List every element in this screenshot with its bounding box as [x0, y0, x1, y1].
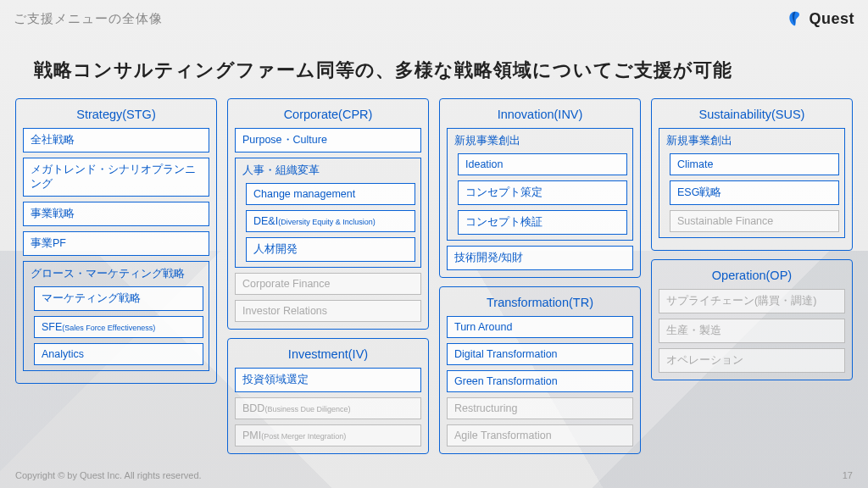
menu-item: Green Transformation — [447, 370, 633, 392]
menu-subitem: DE&I(Diversity Equity & Inclusion) — [246, 210, 415, 232]
card-title: Sustainability(SUS) — [659, 104, 845, 128]
footer: Copyright © by Quest Inc. All rights res… — [0, 463, 868, 488]
menu-item: Turn Around — [447, 316, 633, 338]
menu-item: Digital Transformation — [447, 343, 633, 365]
card-title: Investment(IV) — [235, 344, 421, 368]
menu-item: Investor Relations — [235, 300, 421, 322]
card-title: Transformation(TR) — [447, 292, 633, 316]
category-card: Corporate(CPR)Purpose・Culture人事・組織変革Chan… — [227, 98, 429, 330]
menu-item: 投資領域選定 — [235, 368, 421, 392]
column: Strategy(STG)全社戦略メガトレンド・シナリオプランニング事業戦略事業… — [15, 98, 217, 449]
category-card: Investment(IV)投資領域選定BDD(Business Due Dil… — [227, 338, 429, 454]
menu-item: BDD(Business Due Diligence) — [235, 397, 421, 419]
menu-subitem: Change management — [246, 183, 415, 205]
menu-item: オペレーション — [659, 348, 845, 373]
category-card: Innovation(INV)新規事業創出Ideationコンセプト策定コンセプ… — [439, 98, 641, 278]
menu-subitem: SFE(Sales Force Effectiveness) — [34, 316, 203, 338]
group-label: 人事・組織変革 — [241, 162, 415, 183]
page-section-title: ご支援メニューの全体像 — [14, 11, 163, 27]
column: Sustainability(SUS)新規事業創出ClimateESG戦略Sus… — [651, 98, 853, 449]
menu-subitem: Analytics — [34, 343, 203, 365]
headline: 戦略コンサルティングファーム同等の、多様な戦略領域についてご支援が可能 — [34, 58, 732, 83]
menu-subitem: Sustainable Finance — [670, 210, 839, 232]
menu-item: サプライチェーン(購買・調達) — [659, 289, 845, 313]
menu-item: Restructuring — [447, 397, 633, 419]
category-card: Strategy(STG)全社戦略メガトレンド・シナリオプランニング事業戦略事業… — [15, 98, 217, 384]
menu-subitem: ESG戦略 — [670, 180, 839, 205]
menu-group: グロース・マーケティング戦略マーケティング戦略SFE(Sales Force E… — [23, 261, 209, 371]
item-note: (Business Due Diligence) — [264, 405, 350, 413]
menu-subitem: Ideation — [458, 153, 627, 175]
brand-logo: Quest — [787, 10, 854, 28]
menu-item: Corporate Finance — [235, 273, 421, 295]
item-note: (Post Merger Integration) — [261, 432, 346, 441]
page-number: 17 — [843, 470, 853, 480]
card-title: Strategy(STG) — [23, 104, 209, 128]
subitem-note: (Sales Force Effectiveness) — [62, 324, 155, 332]
quest-mark-icon — [787, 10, 804, 27]
menu-item: 事業PF — [23, 231, 209, 256]
menu-subitem: 人材開発 — [246, 237, 415, 262]
menu-subitem: コンセプト策定 — [458, 180, 627, 205]
group-label: 新規事業創出 — [665, 132, 839, 153]
category-card: Operation(OP)サプライチェーン(購買・調達)生産・製造オペレーション — [651, 259, 853, 380]
menu-item: PMI(Post Merger Integration) — [235, 424, 421, 446]
menu-item: 生産・製造 — [659, 319, 845, 343]
menu-subitem: コンセプト検証 — [458, 210, 627, 235]
column: Corporate(CPR)Purpose・Culture人事・組織変革Chan… — [227, 98, 429, 449]
menu-item: メガトレンド・シナリオプランニング — [23, 158, 209, 197]
card-title: Corporate(CPR) — [235, 104, 421, 128]
menu-grid: Strategy(STG)全社戦略メガトレンド・シナリオプランニング事業戦略事業… — [15, 98, 853, 449]
card-title: Operation(OP) — [659, 265, 845, 289]
subitem-note: (Diversity Equity & Inclusion) — [278, 218, 376, 226]
group-label: グロース・マーケティング戦略 — [29, 265, 203, 286]
menu-group: 新規事業創出Ideationコンセプト策定コンセプト検証 — [447, 128, 633, 241]
category-card: Sustainability(SUS)新規事業創出ClimateESG戦略Sus… — [651, 98, 853, 251]
menu-item: 事業戦略 — [23, 202, 209, 226]
category-card: Transformation(TR)Turn AroundDigital Tra… — [439, 286, 641, 454]
menu-group: 人事・組織変革Change managementDE&I(Diversity E… — [235, 158, 421, 268]
header: ご支援メニューの全体像 Quest — [0, 0, 868, 37]
menu-group: 新規事業創出ClimateESG戦略Sustainable Finance — [659, 128, 845, 238]
brand-name: Quest — [809, 10, 854, 28]
copyright: Copyright © by Quest Inc. All rights res… — [15, 470, 202, 480]
menu-item: 全社戦略 — [23, 128, 209, 152]
group-label: 新規事業創出 — [453, 132, 627, 153]
card-title: Innovation(INV) — [447, 104, 633, 128]
menu-item: Agile Transformation — [447, 424, 633, 446]
menu-item: 技術開発/知財 — [447, 246, 633, 270]
menu-subitem: マーケティング戦略 — [34, 286, 203, 311]
menu-item: Purpose・Culture — [235, 128, 421, 152]
column: Innovation(INV)新規事業創出Ideationコンセプト策定コンセプ… — [439, 98, 641, 449]
menu-subitem: Climate — [670, 153, 839, 175]
